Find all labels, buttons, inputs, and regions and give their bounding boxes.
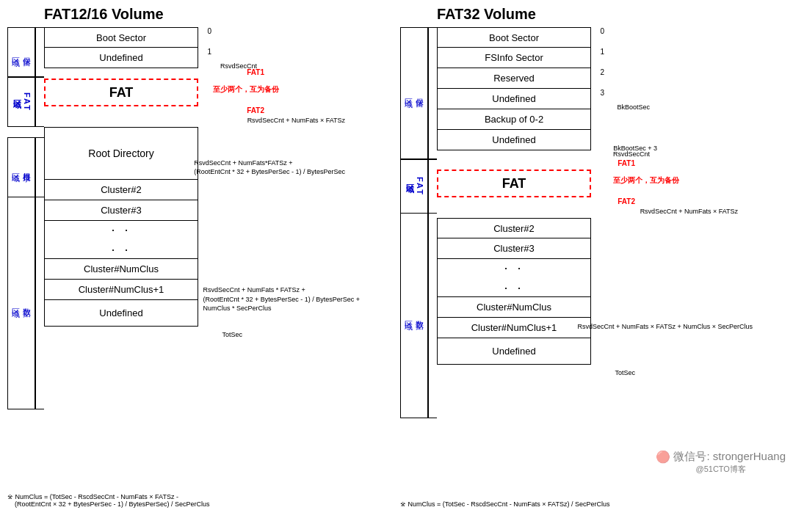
right-boot-sector: Boot Sector — [437, 27, 591, 48]
left-clusterNumClus1: Cluster#NumClus+1 — [44, 280, 198, 300]
right-undefined-1: Undefined — [437, 89, 591, 109]
right-dots: · · · · — [437, 259, 591, 297]
right-undefined-2: Undefined — [437, 130, 591, 150]
left-title: FAT12/16 Volume — [44, 6, 393, 23]
watermark: 🔴 微信号: strongerHuang @51CTO博客 — [656, 450, 786, 475]
right-backup: Backup of 0-2 — [437, 109, 591, 130]
right-fsinfo: FSInfo Sector — [437, 48, 591, 68]
left-fat-label: FAT区域 — [7, 77, 35, 127]
left-cluster3: Cluster#3 — [44, 200, 198, 221]
right-formula: ※ NumClus = (TotSec - RscdSecCnt - NumFa… — [400, 500, 609, 508]
left-root-label: 根目录区域 — [7, 137, 35, 197]
right-undefined-last: Undefined — [437, 338, 591, 365]
right-reserved-label: 保留区域 — [400, 27, 428, 159]
right-title: FAT32 Volume — [437, 6, 786, 23]
left-data-label: 数据区域 — [7, 197, 35, 409]
right-fat-row: FAT — [437, 170, 591, 197]
left-undefined-last: Undefined — [44, 300, 198, 327]
right-cluster2: Cluster#2 — [437, 218, 591, 238]
left-root-directory: Root Directory — [44, 127, 198, 180]
left-undefined-1: Undefined — [44, 48, 198, 68]
left-dots: · · · · — [44, 221, 198, 259]
left-boot-sector: Boot Sector — [44, 27, 198, 48]
left-clusterNumClus: Cluster#NumClus — [44, 259, 198, 280]
left-formula: ※ NumClus = (TotSec - RscdSecCnt - NumFa… — [7, 493, 210, 508]
right-cluster3: Cluster#3 — [437, 238, 591, 259]
right-fat-label: FAT区域 — [400, 159, 428, 214]
right-reserved-row: Reserved — [437, 68, 591, 89]
right-clusterNumClus: Cluster#NumClus — [437, 297, 591, 318]
left-fat-row: FAT — [44, 79, 198, 106]
left-reserved-label: 保留区域 — [7, 27, 35, 77]
right-clusterNumClus1: Cluster#NumClus+1 — [437, 318, 591, 338]
right-data-label: 数据区域 — [400, 213, 428, 418]
left-cluster2: Cluster#2 — [44, 180, 198, 200]
